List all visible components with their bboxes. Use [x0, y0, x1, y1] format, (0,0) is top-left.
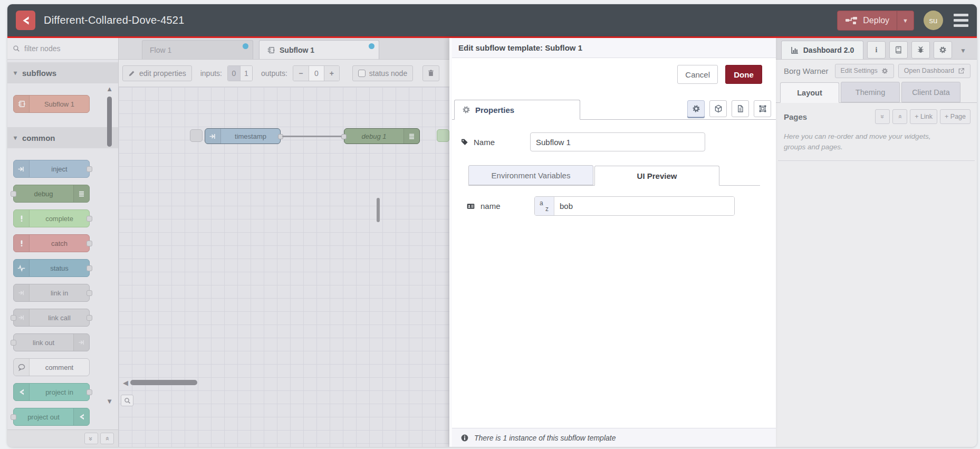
expand-pages-button[interactable]: »: [892, 109, 907, 124]
filter-nodes-input[interactable]: [24, 44, 103, 53]
edit-properties-button[interactable]: edit properties: [122, 65, 192, 81]
add-page-button[interactable]: + Page: [940, 109, 971, 124]
flow-canvas[interactable]: timestamp debug 1 ◀: [119, 87, 449, 447]
app-header: Different-Collared-Dove-4521 Deploy ▼ su: [7, 4, 977, 36]
tray-title: Edit subflow template: Subflow 1: [452, 38, 776, 58]
sidebar-more-tabs-caret[interactable]: ▼: [960, 47, 966, 54]
sidebar-debug-button[interactable]: [911, 41, 930, 59]
edit-settings-button[interactable]: Edit Settings: [835, 64, 894, 78]
gear-icon: [881, 68, 888, 74]
tab-flow-1[interactable]: Flow 1: [142, 40, 253, 59]
properties-gear-button[interactable]: [687, 100, 705, 117]
node-port: [87, 315, 92, 321]
wire[interactable]: [282, 136, 345, 137]
palette-category-subflows[interactable]: ▾ subflows: [7, 62, 118, 83]
cancel-button[interactable]: Cancel: [677, 65, 718, 84]
tab-ui-preview[interactable]: UI Preview: [594, 166, 719, 186]
outputs-plus-button[interactable]: +: [324, 66, 339, 81]
node-port: [87, 290, 92, 296]
canvas-search-button[interactable]: [121, 395, 133, 406]
palette-scroll-area: ▾ subflows Subflow 1 ▾ common inj: [7, 60, 118, 429]
canvas-horizontal-scrollbar[interactable]: [130, 380, 197, 385]
palette-node-debug[interactable]: debug: [13, 185, 90, 203]
subflow-output-stub[interactable]: [437, 129, 449, 142]
tab-subflow-1[interactable]: Subflow 1: [259, 40, 379, 59]
module-properties-button[interactable]: [709, 100, 727, 117]
gear-icon: [939, 46, 947, 54]
inputs-option-1[interactable]: 1: [240, 66, 252, 81]
add-link-button[interactable]: + Link: [910, 109, 937, 124]
info-icon: [460, 434, 469, 442]
speech-bubble-icon: [14, 359, 30, 376]
subflow-input-stub[interactable]: [190, 129, 203, 142]
palette-node-project-in[interactable]: project in: [13, 383, 90, 401]
outputs-stepper: − 0 +: [293, 65, 340, 81]
open-dashboard-button[interactable]: Open Dashboard: [898, 64, 971, 78]
palette-node-status[interactable]: status: [13, 259, 90, 277]
outputs-minus-button[interactable]: −: [293, 66, 309, 81]
node-port: [87, 265, 92, 271]
palette-node-subflow-1[interactable]: Subflow 1: [13, 95, 90, 113]
workspace-canvas-area: Flow 1 Subflow 1 edit properties inputs:…: [119, 38, 449, 447]
scroll-left-icon[interactable]: ◀: [123, 379, 128, 387]
dashboard-instance-row: Borg Warner Edit Settings Open Dashboard: [776, 60, 977, 82]
tab-layout[interactable]: Layout: [780, 82, 839, 103]
tab-dashboard-2[interactable]: Dashboard 2.0: [781, 41, 863, 59]
palette-node-catch[interactable]: catch: [13, 234, 90, 252]
deploy-button[interactable]: Deploy ▼: [837, 11, 914, 31]
node-port: [87, 166, 92, 172]
project-icon: [73, 408, 89, 425]
palette-scroll-up-icon[interactable]: ▲: [106, 85, 113, 93]
done-button[interactable]: Done: [725, 65, 762, 84]
palette-node-complete[interactable]: complete: [13, 209, 90, 227]
collapse-pages-button[interactable]: »: [875, 109, 890, 124]
palette-category-common[interactable]: ▾ common: [7, 127, 118, 148]
description-button[interactable]: [732, 100, 749, 117]
palette-node-inject[interactable]: inject: [13, 160, 90, 178]
flow-node-debug-1[interactable]: debug 1: [344, 128, 420, 144]
unsaved-changes-dot: [369, 43, 374, 49]
main-menu-icon[interactable]: [953, 12, 969, 29]
tab-environment-variables[interactable]: Environment Variables: [468, 165, 593, 185]
inputs-label: inputs:: [200, 69, 222, 78]
flowfuse-logo-icon: [16, 11, 35, 30]
search-icon: [13, 45, 20, 52]
palette-search[interactable]: [7, 38, 118, 60]
flow-node-timestamp[interactable]: timestamp: [205, 128, 281, 144]
palette-node-link-out[interactable]: link out: [13, 333, 90, 351]
palette-node-link-in[interactable]: link in: [13, 284, 90, 302]
palette-expand-all-button[interactable]: »: [100, 433, 114, 444]
outputs-value[interactable]: 0: [309, 66, 324, 81]
external-link-icon: [958, 68, 965, 74]
canvas-vertical-scrollbar[interactable]: [377, 198, 380, 222]
inputs-option-0[interactable]: 0: [228, 66, 240, 81]
string-type-icon[interactable]: a z: [535, 197, 554, 215]
node-palette: ▾ subflows Subflow 1 ▾ common inj: [7, 38, 119, 447]
palette-scroll-down-icon[interactable]: ▼: [106, 397, 113, 405]
edit-subflow-tray: Edit subflow template: Subflow 1 Cancel …: [449, 38, 776, 447]
user-avatar[interactable]: su: [924, 11, 943, 30]
palette-node-project-out[interactable]: project out: [13, 408, 90, 426]
deploy-options-caret[interactable]: ▼: [897, 11, 914, 30]
palette-collapse-all-button[interactable]: »: [84, 433, 98, 444]
delete-subflow-button[interactable]: [422, 65, 439, 81]
subflow-name-input[interactable]: [530, 132, 705, 151]
bar-chart-icon: [791, 46, 799, 54]
node-input-port[interactable]: [341, 134, 347, 139]
appearance-button[interactable]: [754, 100, 771, 117]
tab-client-data[interactable]: Client Data: [901, 82, 960, 102]
palette-node-comment[interactable]: comment: [13, 358, 90, 376]
status-node-toggle[interactable]: status node: [352, 65, 413, 81]
header-actions: Deploy ▼ su: [837, 11, 969, 31]
sidebar-info-button[interactable]: i: [867, 41, 886, 59]
palette-node-link-call[interactable]: link call: [13, 309, 90, 327]
palette-scrollbar[interactable]: [107, 97, 112, 147]
chevron-down-icon: ▾: [14, 69, 17, 77]
env-value-input[interactable]: [554, 197, 734, 215]
tab-properties[interactable]: Properties: [454, 100, 580, 120]
sidebar-config-button[interactable]: [934, 41, 952, 59]
pages-help-text: Here you can re-order and move your widg…: [776, 124, 961, 159]
document-icon: [736, 104, 744, 113]
tab-theming[interactable]: Theming: [841, 82, 900, 102]
sidebar-help-button[interactable]: [889, 41, 908, 59]
